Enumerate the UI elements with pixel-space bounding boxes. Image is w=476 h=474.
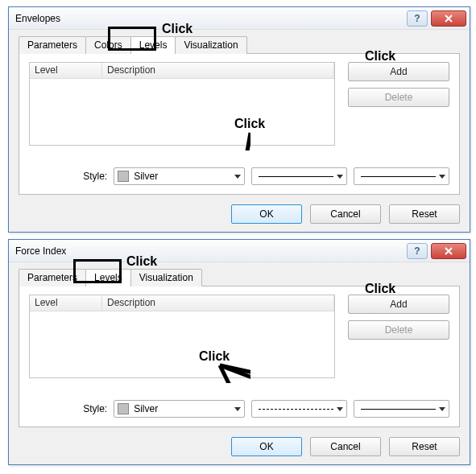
style-label: Style: bbox=[29, 171, 114, 182]
tab-parameters[interactable]: Parameters bbox=[19, 36, 86, 54]
client-area: Parameters Colors Levels Visualization L… bbox=[9, 30, 470, 232]
close-icon bbox=[444, 246, 453, 256]
window-title: Force Index bbox=[15, 245, 407, 257]
col-description: Description bbox=[102, 63, 334, 78]
line-thickness-dropdown[interactable] bbox=[354, 167, 449, 185]
dialog-button-bar: OK Cancel Reset bbox=[231, 204, 460, 224]
color-name: Silver bbox=[134, 403, 158, 414]
style-row: Style: Silver bbox=[29, 399, 449, 418]
titlebar: Force Index ? bbox=[9, 240, 470, 262]
color-swatch-icon bbox=[118, 403, 129, 414]
tab-bar: Parameters Colors Levels Visualization bbox=[19, 36, 460, 54]
list-header: Level Description bbox=[30, 295, 334, 311]
line-style-dropdown[interactable] bbox=[251, 167, 347, 185]
cancel-button[interactable]: Cancel bbox=[310, 204, 381, 224]
levels-list[interactable]: Level Description bbox=[29, 295, 335, 378]
tab-page-levels: Level Description Add Delete Style: Silv… bbox=[19, 286, 460, 427]
line-style-dropdown[interactable] bbox=[251, 400, 347, 418]
color-dropdown[interactable]: Silver bbox=[114, 167, 245, 185]
ok-button[interactable]: OK bbox=[231, 204, 302, 224]
chevron-down-icon bbox=[234, 175, 241, 179]
help-button[interactable]: ? bbox=[407, 243, 428, 259]
delete-button: Delete bbox=[348, 320, 449, 340]
color-name: Silver bbox=[134, 171, 158, 182]
dialog-button-bar: OK Cancel Reset bbox=[231, 437, 460, 456]
reset-button[interactable]: Reset bbox=[389, 204, 460, 224]
ok-button[interactable]: OK bbox=[231, 437, 302, 456]
chevron-down-icon bbox=[234, 407, 241, 411]
force-index-window: Force Index ? Parameters Levels Visualiz… bbox=[8, 239, 470, 465]
close-icon bbox=[444, 14, 453, 23]
col-level: Level bbox=[30, 295, 102, 311]
col-level: Level bbox=[30, 63, 102, 78]
titlebar: Envelopes ? bbox=[9, 7, 470, 30]
reset-button[interactable]: Reset bbox=[389, 437, 460, 456]
color-swatch-icon bbox=[118, 171, 129, 182]
tab-visualization[interactable]: Visualization bbox=[175, 36, 246, 54]
line-thickness-dropdown[interactable] bbox=[354, 400, 449, 418]
envelopes-window: Envelopes ? Parameters Colors Levels Vis… bbox=[8, 6, 470, 233]
style-label: Style: bbox=[29, 403, 114, 414]
tab-parameters[interactable]: Parameters bbox=[19, 269, 86, 286]
chevron-down-icon bbox=[439, 407, 445, 411]
tab-levels[interactable]: Levels bbox=[85, 269, 131, 286]
close-button[interactable] bbox=[431, 10, 466, 27]
chevron-down-icon bbox=[337, 175, 343, 179]
tab-colors[interactable]: Colors bbox=[85, 36, 131, 54]
cancel-button[interactable]: Cancel bbox=[310, 437, 381, 456]
levels-list[interactable]: Level Description bbox=[29, 62, 335, 146]
tab-page-levels: Level Description Add Delete Style: Silv… bbox=[19, 53, 460, 195]
tab-bar: Parameters Levels Visualization bbox=[19, 269, 460, 286]
tab-visualization[interactable]: Visualization bbox=[130, 269, 202, 286]
add-button[interactable]: Add bbox=[348, 62, 449, 81]
add-button[interactable]: Add bbox=[348, 295, 449, 314]
close-button[interactable] bbox=[431, 243, 466, 259]
tab-levels[interactable]: Levels bbox=[130, 36, 176, 54]
delete-button: Delete bbox=[348, 88, 449, 107]
client-area: Parameters Levels Visualization Level De… bbox=[9, 262, 470, 464]
help-button[interactable]: ? bbox=[407, 10, 428, 27]
window-title: Envelopes bbox=[15, 13, 407, 24]
color-dropdown[interactable]: Silver bbox=[114, 400, 245, 418]
list-header: Level Description bbox=[30, 63, 334, 79]
side-panel: Add Delete bbox=[348, 62, 449, 113]
col-description: Description bbox=[102, 295, 334, 311]
side-panel: Add Delete bbox=[348, 295, 449, 346]
chevron-down-icon bbox=[337, 407, 343, 411]
chevron-down-icon bbox=[439, 175, 445, 179]
style-row: Style: Silver bbox=[29, 167, 449, 186]
